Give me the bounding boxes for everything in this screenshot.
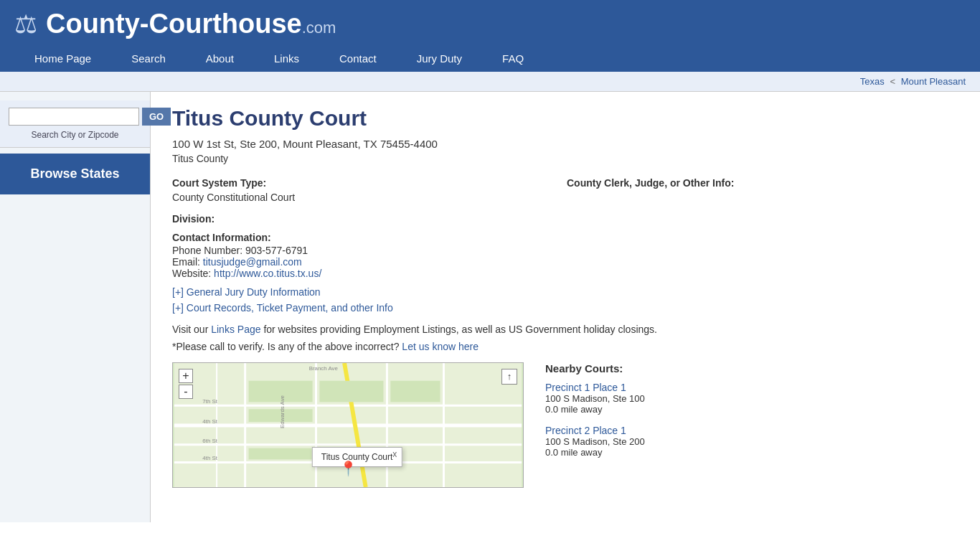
breadcrumb-city[interactable]: Mount Pleasant	[901, 76, 966, 87]
info-grid: Court System Type: County Constitutional…	[172, 177, 918, 203]
nearby-court-name-0[interactable]: Precinct 1 Place 1	[545, 382, 918, 393]
header-top: ⚖ County-Courthouse.com	[14, 9, 966, 45]
links-page-link[interactable]: Links Page	[211, 324, 260, 335]
court-county: Titus County	[172, 153, 918, 164]
breadcrumb-state[interactable]: Texas	[860, 76, 885, 87]
nearby-court-addr-0: 100 S Madison, Ste 100	[545, 393, 918, 404]
website-label-text: Website:	[172, 268, 211, 279]
map-zoom-minus[interactable]: -	[179, 385, 193, 399]
nearby-court-dist-1: 0.0 mile away	[545, 447, 918, 458]
nav-jury-duty[interactable]: Jury Duty	[397, 45, 482, 72]
logo-com-text: .com	[302, 19, 336, 37]
breadcrumb-separator: <	[890, 76, 895, 87]
search-box-area: GO Search City or Zipcode	[0, 100, 150, 148]
nearby-court-item-1: Precinct 2 Place 1 100 S Madison, Ste 20…	[545, 425, 918, 458]
map-zoom-plus[interactable]: +	[179, 369, 193, 383]
nearby-courts: Nearby Courts: Precinct 1 Place 1 100 S …	[545, 362, 918, 488]
court-records-expand-link[interactable]: [+] Court Records, Ticket Payment, and o…	[172, 302, 918, 314]
email-label-text: Email:	[172, 256, 200, 268]
scales-icon: ⚖	[14, 9, 37, 39]
court-system-value: County Constitutional Court	[172, 192, 524, 203]
email-field: Email: titusjudge@gmail.com	[172, 256, 918, 268]
nav-search[interactable]: Search	[111, 45, 186, 72]
svg-rect-15	[249, 448, 313, 460]
division-block: Division:	[172, 213, 918, 225]
clerk-label: County Clerk, Judge, or Other Info:	[567, 177, 918, 189]
email-link[interactable]: titusjudge@gmail.com	[203, 256, 302, 268]
svg-text:4th St: 4th St	[202, 455, 217, 461]
map-popup-text: Titus County Court	[321, 452, 393, 462]
svg-text:4th St: 4th St	[202, 418, 217, 425]
website-field: Website: http://www.co.titus.tx.us/	[172, 268, 918, 279]
search-input[interactable]	[9, 108, 139, 126]
map-placeholder: 4th St 7th St 6th St 4th St Edwards Ave …	[173, 363, 523, 487]
nearby-court-item-0: Precinct 1 Place 1 100 S Madison, Ste 10…	[545, 382, 918, 415]
main-nav: Home Page Search About Links Contact Jur…	[14, 45, 966, 72]
logo-title: County-Courthouse.com	[46, 9, 336, 39]
nearby-court-addr-1: 100 S Madison, Ste 200	[545, 436, 918, 447]
clerk-section: County Clerk, Judge, or Other Info:	[567, 177, 918, 203]
nav-about[interactable]: About	[186, 45, 254, 72]
map-share-button[interactable]: ↑	[501, 369, 517, 385]
sidebar: GO Search City or Zipcode Browse States	[0, 92, 151, 522]
phone-field: Phone Number: 903-577-6791	[172, 245, 918, 256]
svg-text:6th St: 6th St	[202, 438, 217, 444]
website-link[interactable]: http://www.co.titus.tx.us/	[214, 268, 321, 279]
visit-text-2: for websites providing Employment Listin…	[263, 324, 657, 335]
header: ⚖ County-Courthouse.com Home Page Search…	[0, 0, 980, 72]
visit-text: Visit our Links Page for websites provid…	[172, 324, 918, 335]
main-layout: GO Search City or Zipcode Browse States …	[0, 92, 980, 522]
let-us-know-link[interactable]: Let us know here	[402, 341, 479, 352]
svg-text:7th St: 7th St	[202, 398, 217, 405]
nav-links[interactable]: Links	[254, 45, 319, 72]
phone-value: 903-577-6791	[245, 245, 308, 256]
map-marker: 📍	[339, 460, 357, 477]
division-label: Division:	[172, 213, 918, 225]
nearby-courts-title: Nearby Courts:	[545, 362, 918, 375]
court-system-section: Court System Type: County Constitutional…	[172, 177, 524, 203]
verify-text: *Please call to verify. Is any of the ab…	[172, 341, 918, 352]
map-popup: x Titus County Court	[312, 447, 402, 467]
content-area: Titus County Court 100 W 1st St, Ste 200…	[151, 92, 940, 522]
nav-faq[interactable]: FAQ	[482, 45, 544, 72]
svg-rect-13	[319, 381, 383, 402]
contact-block: Contact Information: Phone Number: 903-5…	[172, 232, 918, 279]
bottom-section: 4th St 7th St 6th St 4th St Edwards Ave …	[172, 362, 918, 488]
map-container: 4th St 7th St 6th St 4th St Edwards Ave …	[172, 362, 524, 488]
visit-text-1: Visit our	[172, 324, 208, 335]
browse-states-button[interactable]: Browse States	[0, 154, 150, 194]
svg-rect-14	[390, 381, 440, 402]
search-city-zip-label: Search City or Zipcode	[9, 130, 141, 140]
popup-close[interactable]: x	[392, 449, 397, 459]
contact-label: Contact Information:	[172, 232, 918, 243]
court-system-label: Court System Type:	[172, 177, 524, 189]
nav-home[interactable]: Home Page	[14, 45, 111, 72]
phone-label: Phone Number:	[172, 245, 242, 256]
logo-main-text: County-Courthouse	[46, 9, 302, 39]
nav-contact[interactable]: Contact	[319, 45, 397, 72]
jury-duty-expand-link[interactable]: [+] General Jury Duty Information	[172, 286, 918, 298]
search-row: GO	[9, 108, 141, 126]
court-title: Titus County Court	[172, 106, 918, 131]
breadcrumb: Texas < Mount Pleasant	[0, 72, 980, 92]
nearby-court-dist-0: 0.0 mile away	[545, 404, 918, 415]
nearby-court-name-1[interactable]: Precinct 2 Place 1	[545, 425, 918, 436]
svg-text:Branch Ave: Branch Ave	[309, 365, 339, 372]
verify-static: *Please call to verify. Is any of the ab…	[172, 341, 399, 352]
svg-text:Edwards Ave: Edwards Ave	[279, 395, 286, 428]
court-address: 100 W 1st St, Ste 200, Mount Pleasant, T…	[172, 138, 918, 150]
